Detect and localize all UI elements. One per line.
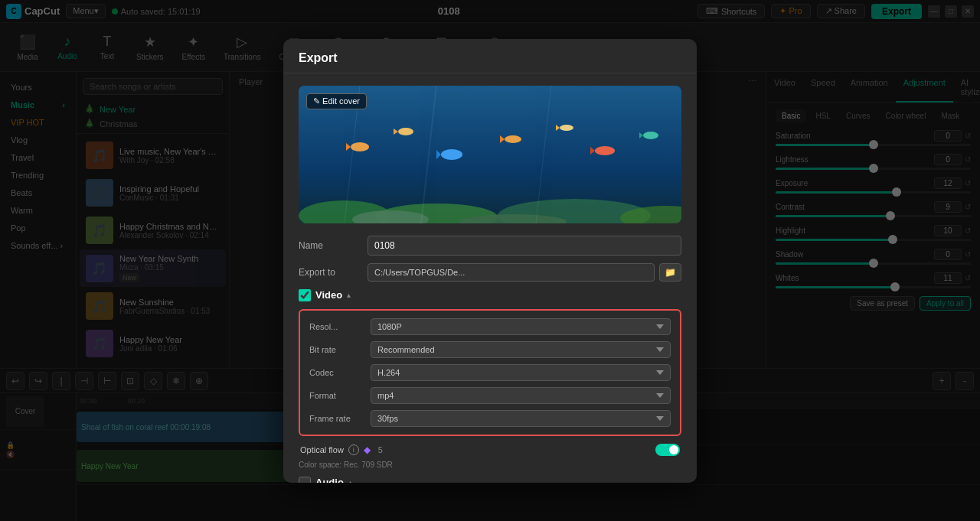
optical-flow-text: Optical flow <box>300 445 344 454</box>
svg-point-13 <box>505 135 521 143</box>
codec-row: Codec H.264 H.265 <box>309 364 671 381</box>
framerate-label: Frame rate <box>309 414 371 423</box>
name-label: Name <box>299 240 368 251</box>
format-row: Format mp4 mov <box>309 387 671 404</box>
resolution-row: Resol... 1080P 720P 4K <box>309 318 671 335</box>
modal-title: Export <box>283 39 697 73</box>
bitrate-label: Bit rate <box>309 345 371 354</box>
format-label: Format <box>309 391 371 400</box>
modal-preview: ✎ Edit cover <box>299 86 681 223</box>
svg-point-11 <box>441 149 462 160</box>
svg-point-15 <box>560 125 573 131</box>
name-input[interactable] <box>368 236 681 256</box>
framerate-select[interactable]: 30fps 24fps 60fps <box>371 410 671 427</box>
framerate-row: Frame rate 30fps 24fps 60fps <box>309 410 671 427</box>
video-section-checkbox[interactable] <box>299 289 311 301</box>
toggle-knob <box>669 445 678 454</box>
video-caret-icon[interactable]: ▴ <box>347 291 351 299</box>
name-row: Name <box>299 236 681 256</box>
optical-flow-row: Optical flow i ◆ 5 <box>299 444 681 456</box>
video-settings-box: Resol... 1080P 720P 4K Bit rate Recommen… <box>299 309 681 436</box>
bitrate-row: Bit rate Recommended Low High <box>309 341 671 358</box>
video-section-name: Video <box>315 289 342 301</box>
export-to-label: Export to <box>299 267 368 278</box>
audio-section-checkbox[interactable] <box>299 477 311 483</box>
export-path-text: C:/Users/TOPGUS/De... <box>368 263 655 282</box>
pro-diamond-icon: ◆ <box>364 444 371 455</box>
codec-label: Codec <box>309 368 371 377</box>
modal-body: ✎ Edit cover Name Export to C:/Users/TOP… <box>283 73 697 483</box>
optical-flow-label: Optical flow i ◆ 5 <box>300 444 649 455</box>
optical-flow-number: 5 <box>378 445 383 454</box>
export-to-row: Export to C:/Users/TOPGUS/De... 📁 <box>299 263 681 282</box>
audio-section-name: Audio <box>315 477 344 483</box>
optical-info-icon[interactable]: i <box>348 444 359 455</box>
export-modal: Export <box>283 39 697 483</box>
bitrate-select[interactable]: Recommended Low High <box>371 341 671 358</box>
audio-section: Audio ▴ Format MP3 AAC <box>299 477 681 483</box>
export-path-container: C:/Users/TOPGUS/De... 📁 <box>368 263 681 282</box>
svg-point-9 <box>398 128 413 135</box>
svg-point-19 <box>643 132 658 139</box>
modal-overlay: Export <box>0 0 980 521</box>
format-select[interactable]: mp4 mov <box>371 387 671 404</box>
audio-caret-icon[interactable]: ▴ <box>348 478 352 483</box>
video-section-header: Video ▴ <box>299 289 681 301</box>
svg-point-17 <box>595 146 615 155</box>
audio-section-header: Audio ▴ <box>299 477 681 483</box>
color-space-label: Color space: Rec. 709 SDR <box>299 461 681 469</box>
optical-flow-toggle[interactable] <box>655 444 680 456</box>
edit-cover-button[interactable]: ✎ Edit cover <box>306 93 367 109</box>
resolution-label: Resol... <box>309 322 371 331</box>
codec-select[interactable]: H.264 H.265 <box>371 364 671 381</box>
resolution-select[interactable]: 1080P 720P 4K <box>371 318 671 335</box>
browse-folder-button[interactable]: 📁 <box>659 263 681 282</box>
